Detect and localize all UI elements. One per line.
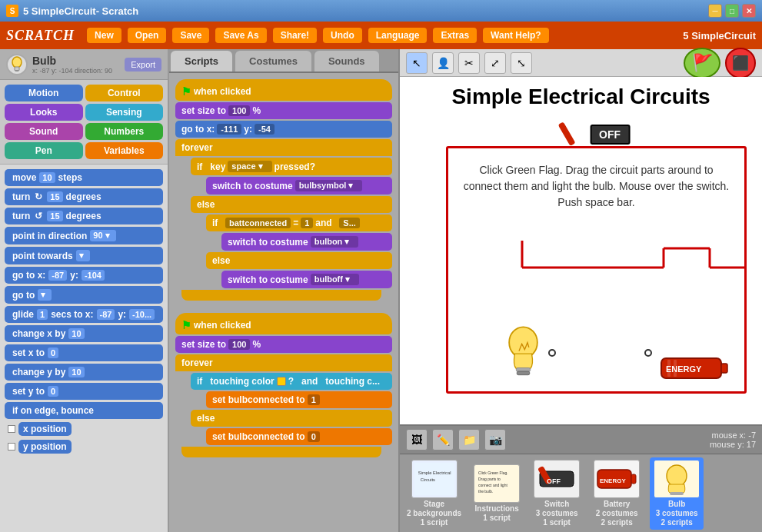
script-set-size-2[interactable]: set size to 100 % (175, 336, 392, 353)
block-turn-ccw[interactable]: turn ↺ 15 degrees (5, 208, 163, 224)
sprite-item-bulb[interactable]: Bulb3 costumes2 scripts (650, 457, 704, 530)
script-if-space-1[interactable]: if key space ▾ pressed? (191, 158, 392, 175)
close-button[interactable]: ✕ (742, 4, 756, 18)
new-button[interactable]: New (87, 28, 121, 43)
shrink-tool[interactable]: ⤡ (511, 52, 532, 74)
block-point-towards[interactable]: point towards ▾ (5, 247, 163, 264)
block-change-y[interactable]: change y by 10 (5, 364, 163, 381)
block-x-position[interactable]: x position (18, 422, 72, 436)
block-goto-xy[interactable]: go to x: -87 y: -104 (5, 267, 163, 284)
script-forever-2[interactable]: forever (175, 354, 392, 371)
block-move-steps[interactable]: move 10 steps (5, 169, 163, 186)
category-sensing[interactable]: Sensing (85, 104, 164, 121)
svg-text:Click Green Flag.: Click Green Flag. (478, 470, 508, 475)
script-switch-costume-on[interactable]: switch to costume bulbon ▾ (221, 233, 392, 251)
save-as-button[interactable]: Save As (215, 28, 266, 43)
x-position-checkbox[interactable] (8, 425, 15, 433)
export-button[interactable]: Export (125, 58, 161, 71)
script-else-3[interactable]: else (191, 410, 392, 427)
category-control[interactable]: Control (85, 85, 164, 101)
block-goto[interactable]: go to ▾ (5, 286, 163, 304)
category-variables[interactable]: Variables (85, 142, 164, 159)
script-goto-1[interactable]: go to x: -111 y: -54 (175, 121, 392, 138)
open-button[interactable]: Open (128, 28, 167, 43)
script-when-clicked-2[interactable]: ⚑ when clicked (175, 313, 392, 334)
stop-button[interactable]: ⬛ (725, 48, 756, 78)
project-name: 5 SimpleCircuit (683, 30, 756, 42)
share-button[interactable]: Share! (273, 28, 317, 43)
script-when-clicked-1[interactable]: ⚑ when clicked (175, 79, 392, 101)
battery-sprite[interactable]: ENERGY (660, 354, 729, 385)
category-numbers[interactable]: Numbers (85, 123, 164, 140)
script-set-bulbconnected-0[interactable]: set bulbconnected to 0 (206, 428, 392, 445)
scripts-area[interactable]: ⚑ when clicked set size to 100 % go to x… (169, 73, 398, 532)
maximize-button[interactable]: □ (725, 4, 739, 18)
script-switch-costume-off[interactable]: switch to costume bulboff ▾ (221, 271, 392, 288)
script-if-battconnected[interactable]: if battconnected = 1 and S... (206, 214, 392, 231)
category-looks[interactable]: Looks (5, 104, 83, 121)
script-switch-costume-symbol[interactable]: switch to costume bulbsymbol ▾ (206, 177, 392, 195)
sprite-item-stage[interactable]: Simple Electrical Circuits Stage2 backgr… (404, 457, 464, 530)
sprite-header: Bulb x: -87 y: -104 direction: 90 Export (0, 49, 168, 80)
sprite-folder-button[interactable]: 📁 (458, 429, 480, 451)
category-pen[interactable]: Pen (5, 142, 83, 159)
sprite-paint-button[interactable]: 🖼 (406, 429, 428, 451)
script-forever-cap-1 (181, 290, 381, 301)
main-layout: Bulb x: -87 y: -104 direction: 90 Export… (0, 49, 762, 532)
script-forever-cap-2 (181, 447, 381, 457)
category-sound[interactable]: Sound (5, 123, 83, 140)
sprite-item-battery[interactable]: ENERGY Battery2 costumes2 scripts (590, 457, 644, 530)
script-else-1[interactable]: else (191, 196, 392, 213)
grow-tool[interactable]: ⤢ (484, 52, 506, 74)
script-if-touching-color[interactable]: if touching color ? and touching c... (191, 373, 392, 390)
block-y-position-row: y position (5, 439, 163, 454)
minimize-button[interactable]: ─ (708, 4, 722, 18)
y-position-checkbox[interactable] (8, 443, 15, 451)
extras-button[interactable]: Extras (433, 28, 477, 43)
circuit-text: Click Green Flag. Drag the circuit parts… (456, 156, 737, 217)
script-group-1: ⚑ when clicked set size to 100 % go to x… (175, 79, 392, 301)
block-turn-cw[interactable]: turn ↻ 15 degrees (5, 188, 163, 205)
category-motion[interactable]: Motion (5, 85, 83, 101)
green-flag-button[interactable]: 🚩 (684, 48, 720, 78)
sprite-add-button[interactable]: ✏️ (432, 429, 454, 451)
save-button[interactable]: Save (172, 28, 209, 43)
svg-rect-34 (670, 492, 684, 495)
script-forever-1[interactable]: forever (175, 139, 392, 156)
block-set-y[interactable]: set y to 0 (5, 383, 163, 400)
svg-rect-3 (557, 121, 575, 146)
tab-costumes[interactable]: Costumes (235, 51, 311, 71)
sprite-item-instructions[interactable]: Click Green Flag. Drag parts to connect … (470, 462, 524, 525)
cut-tool[interactable]: ✂ (458, 52, 480, 74)
mouse-y: mouse y: 17 (710, 440, 756, 449)
select-tool[interactable]: ↖ (406, 52, 428, 74)
sprite-camera-button[interactable]: 📷 (484, 429, 506, 451)
script-set-size-1[interactable]: set size to 100 % (175, 102, 392, 119)
block-point-direction[interactable]: point in direction 90 ▾ (5, 227, 163, 244)
block-glide[interactable]: glide 1 secs to x: -87 y: -10... (5, 306, 163, 323)
stage-canvas[interactable]: Simple Electrical Circuits OFF Click Gre… (400, 77, 762, 424)
sprite-item-switch[interactable]: OFF Switch3 costumes1 script (530, 457, 584, 530)
block-change-x[interactable]: change x by 10 (5, 325, 163, 342)
tab-sounds[interactable]: Sounds (314, 51, 379, 71)
tab-scripts[interactable]: Scripts (171, 51, 232, 71)
help-button[interactable]: Want Help? (483, 28, 549, 43)
block-y-position[interactable]: y position (18, 440, 72, 454)
bulb-thumbnail (654, 460, 700, 498)
svg-text:the bulb.: the bulb. (478, 489, 493, 494)
duplicate-tool[interactable]: 👤 (432, 52, 454, 74)
script-else-2[interactable]: else (206, 252, 392, 269)
script-set-bulbconnected-1[interactable]: set bulbconnected to 1 (206, 391, 392, 408)
block-bounce[interactable]: if on edge, bounce (5, 402, 163, 419)
wire-dot-1 (548, 349, 556, 357)
undo-button[interactable]: Undo (323, 28, 362, 43)
sprite-list: Simple Electrical Circuits Stage2 backgr… (400, 454, 762, 532)
language-button[interactable]: Language (368, 28, 428, 43)
block-set-x[interactable]: set x to 0 (5, 344, 163, 361)
svg-text:ENERGY: ENERGY (600, 477, 626, 484)
switch-area: OFF (548, 119, 630, 150)
bulb-sprite[interactable] (502, 322, 544, 380)
svg-point-0 (12, 57, 22, 68)
sprite-panel-toolbar: 🖼 ✏️ 📁 📷 mouse x: -7 mouse y: 17 (400, 426, 762, 454)
stage-title: Simple Electrical Circuits (400, 85, 762, 109)
